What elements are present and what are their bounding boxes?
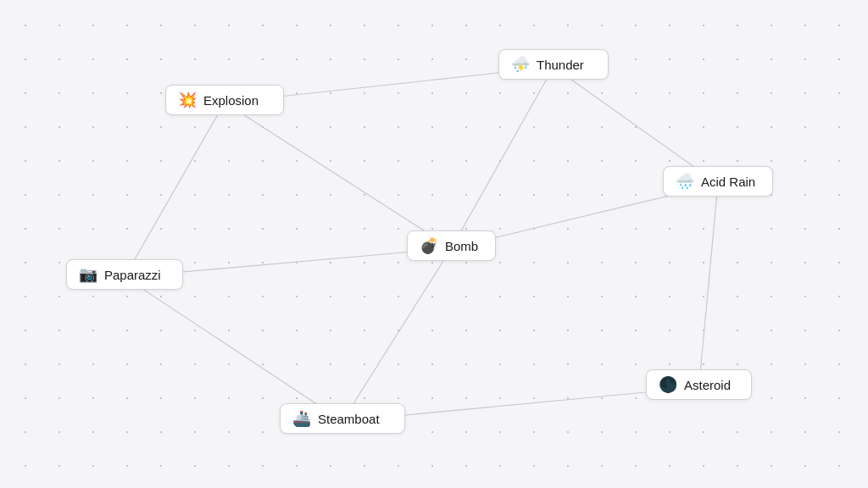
svg-line-3 [225, 103, 452, 248]
node-asteroid[interactable]: 🌑Asteroid [646, 369, 752, 400]
node-paparazzi[interactable]: 📷Paparazzi [66, 259, 183, 290]
explosion-label: Explosion [203, 93, 259, 108]
node-thunder[interactable]: ⛈️Thunder [498, 49, 609, 80]
acid-rain-icon: 🌧️ [676, 174, 694, 189]
paparazzi-icon: 📷 [79, 267, 97, 282]
thunder-label: Thunder [537, 58, 584, 72]
acid-rain-label: Acid Rain [701, 175, 755, 189]
explosion-icon: 💥 [178, 92, 197, 108]
bomb-icon: 💣 [420, 238, 438, 253]
svg-line-8 [699, 184, 719, 387]
node-bomb[interactable]: 💣Bomb [407, 230, 496, 261]
paparazzi-label: Paparazzi [104, 268, 161, 282]
thunder-icon: ⛈️ [511, 57, 530, 72]
svg-line-2 [452, 67, 554, 248]
svg-line-9 [125, 277, 342, 421]
asteroid-label: Asteroid [684, 378, 731, 392]
steamboat-icon: 🚢 [292, 411, 311, 426]
svg-line-4 [125, 103, 225, 277]
node-steamboat[interactable]: 🚢Steamboat [280, 403, 405, 434]
svg-line-6 [342, 248, 452, 421]
asteroid-icon: 🌑 [659, 377, 677, 392]
node-explosion[interactable]: 💥Explosion [165, 85, 284, 115]
steamboat-label: Steamboat [318, 412, 380, 426]
bomb-label: Bomb [445, 239, 478, 253]
node-acid-rain[interactable]: 🌧️Acid Rain [663, 166, 773, 197]
